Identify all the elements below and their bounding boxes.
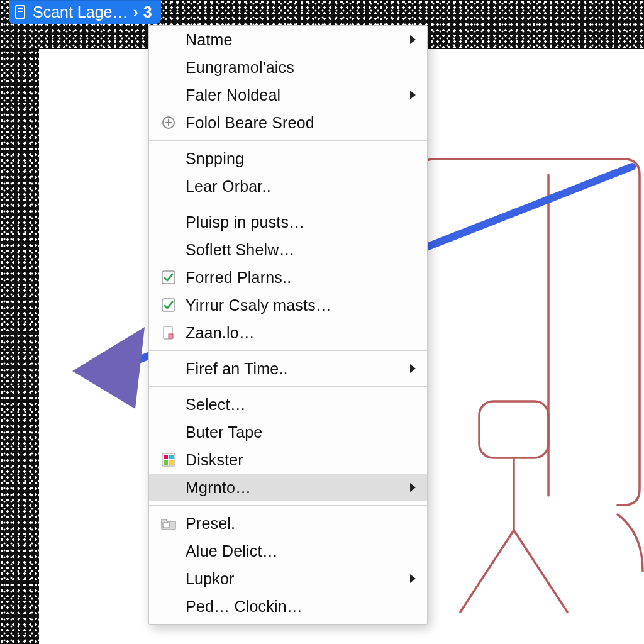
menu-item-label: Diskster xyxy=(186,451,243,469)
svg-rect-15 xyxy=(169,455,174,459)
menu-separator xyxy=(149,204,427,204)
menu-item-zaan-lo[interactable]: Zaan.lo… xyxy=(149,319,427,347)
context-menu[interactable]: NatmeEungramol'aicsFaler NoldealFolol Be… xyxy=(148,25,428,625)
swatch-icon xyxy=(160,452,177,468)
menu-item-label: Firef an Time.. xyxy=(186,360,288,378)
menu-item-natme[interactable]: Natme xyxy=(149,26,427,53)
doc-icon xyxy=(160,325,177,341)
svg-rect-18 xyxy=(163,523,169,528)
menu-item-faler-noldeal[interactable]: Faler Noldeal xyxy=(149,81,427,109)
menu-item-select[interactable]: Select… xyxy=(149,391,427,418)
document-icon xyxy=(15,5,26,19)
folder-icon xyxy=(160,515,177,531)
menu-item-firef-an-time[interactable]: Firef an Time.. xyxy=(149,355,427,382)
menu-item-label: Buter Tape xyxy=(186,423,262,441)
menu-item-ped-clockin[interactable]: Ped… Clockin… xyxy=(149,592,427,620)
menu-item-buter-tape[interactable]: Buter Tape xyxy=(149,418,427,446)
menu-item-mgrnto[interactable]: Mgrnto… xyxy=(149,474,427,501)
menu-item-label: Eungramol'aics xyxy=(186,58,294,77)
submenu-arrow-icon xyxy=(410,91,416,99)
submenu-arrow-icon xyxy=(410,574,416,583)
menu-item-alue-delict[interactable]: Alue Delict… xyxy=(149,537,427,565)
menu-item-soflett-shelw[interactable]: Soflett Shelw… xyxy=(149,236,427,264)
svg-rect-14 xyxy=(164,455,168,459)
breadcrumb-count: 3 xyxy=(143,3,152,21)
menu-item-label: Lupkor xyxy=(186,570,235,588)
menu-item-label: Natme xyxy=(186,31,233,49)
svg-rect-16 xyxy=(164,460,168,465)
menu-item-snpping[interactable]: Snpping xyxy=(149,145,427,172)
svg-rect-17 xyxy=(169,460,174,465)
svg-rect-0 xyxy=(479,401,548,458)
menu-item-label: Pluisp in pusts… xyxy=(186,213,304,231)
submenu-arrow-icon xyxy=(410,35,416,44)
menu-item-label: Zaan.lo… xyxy=(186,324,255,342)
chevron-right-icon: › xyxy=(133,3,138,21)
menu-item-label: Lear Orbar.. xyxy=(186,177,271,196)
submenu-arrow-icon xyxy=(410,364,416,373)
menu-item-label: Select… xyxy=(186,396,246,414)
menu-item-lear-orbar[interactable]: Lear Orbar.. xyxy=(149,172,427,200)
menu-separator xyxy=(149,386,427,387)
menu-item-label: Folol Beare Sreod xyxy=(186,114,314,132)
menu-item-label: Faler Noldeal xyxy=(186,86,280,104)
menu-separator xyxy=(149,505,427,506)
menu-item-label: Mgrnto… xyxy=(186,479,251,497)
menu-item-yirrur-csaly-masts[interactable]: Yirrur Csaly masts… xyxy=(149,291,427,319)
menu-item-label: Alue Delict… xyxy=(186,542,278,560)
breadcrumb[interactable]: Scant Lage… › 3 xyxy=(9,0,161,24)
menu-separator xyxy=(149,350,427,351)
menu-item-forred-plarns[interactable]: Forred Plarns.. xyxy=(149,264,427,291)
menu-item-pluisp-in-pusts[interactable]: Pluisp in pusts… xyxy=(149,208,427,236)
check-icon xyxy=(160,269,177,286)
svg-rect-12 xyxy=(169,334,173,338)
menu-item-label: Yirrur Csaly masts… xyxy=(186,296,331,314)
menu-item-label: Soflett Shelw… xyxy=(186,241,295,259)
menu-item-label: Snpping xyxy=(186,150,244,168)
menu-item-lupkor[interactable]: Lupkor xyxy=(149,565,427,592)
submenu-arrow-icon xyxy=(410,483,416,492)
menu-item-label: Ped… Clockin… xyxy=(186,597,303,616)
menu-item-folol-beare-sreod[interactable]: Folol Beare Sreod xyxy=(149,109,427,136)
check-icon xyxy=(160,297,177,313)
menu-item-presel[interactable]: Presel. xyxy=(149,509,427,537)
breadcrumb-title: Scant Lage… xyxy=(33,3,128,21)
menu-item-eungramol-aics[interactable]: Eungramol'aics xyxy=(149,53,427,81)
menu-item-label: Presel. xyxy=(186,514,235,533)
menu-item-label: Forred Plarns.. xyxy=(186,269,291,287)
menu-separator xyxy=(149,140,427,141)
menu-item-diskster[interactable]: Diskster xyxy=(149,446,427,474)
plus-circle-icon xyxy=(160,114,177,131)
